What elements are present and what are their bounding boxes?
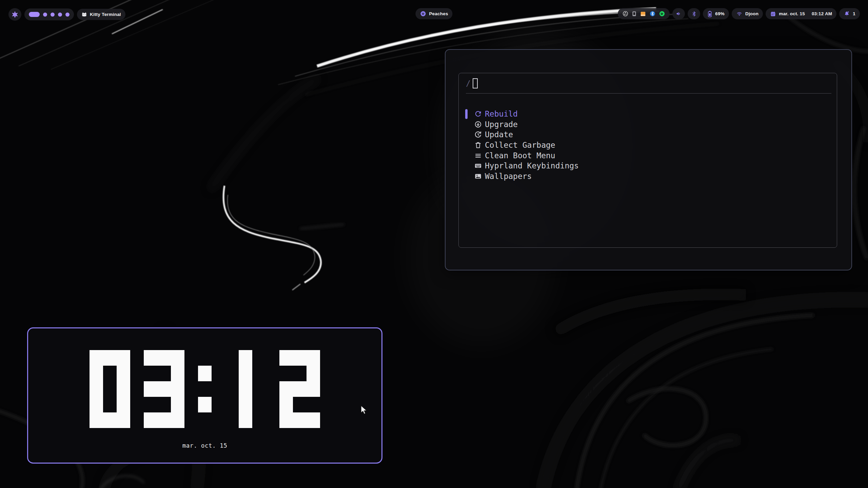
refresh-icon bbox=[474, 110, 482, 118]
search-prompt: / bbox=[466, 79, 471, 88]
workspace-indicator bbox=[24, 8, 74, 20]
active-window-pill[interactable]: Kitty Terminal bbox=[77, 9, 125, 20]
launcher-item-wallpapers[interactable]: Wallpapers bbox=[459, 171, 837, 182]
workspace-1-active[interactable] bbox=[29, 12, 40, 17]
nix-menu-button[interactable] bbox=[8, 8, 21, 21]
spotify-icon bbox=[420, 11, 426, 17]
device-icon[interactable] bbox=[632, 11, 637, 17]
active-window-title: Kitty Terminal bbox=[90, 12, 121, 17]
launcher-item-label: Rebuild bbox=[485, 109, 518, 118]
network-ssid: Djoon bbox=[745, 11, 758, 16]
media-player-pill[interactable]: Peaches bbox=[415, 8, 452, 19]
launcher-panel: / Rebuild bbox=[445, 49, 852, 270]
speaker-icon bbox=[675, 11, 682, 17]
battery-icon bbox=[707, 10, 712, 18]
bar-time: 03:12 AM bbox=[812, 11, 832, 16]
launcher-item-clean-boot-menu[interactable]: Clean Boot Menu bbox=[459, 150, 837, 161]
top-bar-right: 69% Djoon bbox=[618, 8, 860, 19]
launcher-box: / Rebuild bbox=[458, 73, 837, 248]
bluetooth-tray-icon[interactable] bbox=[649, 11, 656, 17]
cat-icon bbox=[81, 12, 87, 17]
text-caret bbox=[473, 78, 478, 88]
clock-digit-1 bbox=[225, 350, 266, 428]
network-pill[interactable]: Djoon bbox=[732, 8, 763, 19]
selection-bar bbox=[465, 109, 468, 119]
clock-refresh-icon bbox=[474, 130, 482, 139]
trash-icon bbox=[474, 141, 482, 149]
clock-time bbox=[90, 350, 320, 428]
launcher-item-upgrade[interactable]: Upgrade bbox=[459, 119, 837, 130]
workspace-4[interactable] bbox=[58, 13, 62, 17]
top-bar-center: Peaches bbox=[415, 8, 452, 19]
top-bar-left: Kitty Terminal bbox=[8, 8, 125, 21]
launcher-search[interactable]: / bbox=[459, 73, 837, 93]
launcher-item-collect-garbage[interactable]: Collect Garbage bbox=[459, 140, 837, 150]
workspace-2[interactable] bbox=[43, 13, 47, 17]
nix-snowflake-icon bbox=[11, 11, 19, 18]
bluetooth-icon bbox=[691, 11, 697, 17]
obs-icon[interactable] bbox=[622, 11, 629, 17]
mouse-cursor bbox=[360, 405, 369, 415]
launcher-item-update[interactable]: Update bbox=[459, 129, 837, 140]
download-circle-icon bbox=[474, 120, 482, 128]
keyboard-icon bbox=[474, 162, 482, 170]
bluetooth-button[interactable] bbox=[688, 8, 700, 19]
clock-date: mar. oct. 15 bbox=[182, 442, 227, 449]
volume-button[interactable] bbox=[672, 8, 685, 19]
media-title: Peaches bbox=[429, 11, 448, 16]
launcher-item-label: Update bbox=[485, 130, 513, 139]
workspace-5[interactable] bbox=[65, 13, 70, 17]
datetime-pill[interactable]: mar. oct. 15 03:12 AM bbox=[766, 8, 836, 19]
launcher-item-label: Wallpapers bbox=[485, 172, 532, 181]
list-icon bbox=[474, 151, 482, 160]
search-separator bbox=[466, 93, 831, 94]
calendar-icon bbox=[770, 11, 776, 17]
launcher-item-hyprland-keybindings[interactable]: Hyprland Keybindings bbox=[459, 161, 837, 171]
clock-digit-0 bbox=[90, 350, 130, 428]
battery-percent: 69% bbox=[715, 11, 725, 16]
launcher-item-rebuild[interactable]: Rebuild bbox=[459, 109, 837, 119]
desktop: Kitty Terminal Peaches bbox=[0, 0, 868, 488]
wifi-icon bbox=[736, 11, 743, 17]
launcher-item-label: Clean Boot Menu bbox=[485, 151, 555, 160]
launcher-item-label: Upgrade bbox=[485, 120, 518, 129]
bar-date: mar. oct. 15 bbox=[779, 11, 805, 16]
workspace-3[interactable] bbox=[51, 13, 55, 17]
notifications-pill[interactable]: 1 bbox=[839, 8, 860, 19]
launcher-item-label: Collect Garbage bbox=[485, 141, 555, 149]
clock-widget: mar. oct. 15 bbox=[27, 327, 382, 464]
bell-icon bbox=[844, 11, 850, 17]
clock-digit-3 bbox=[144, 350, 184, 428]
system-tray bbox=[618, 8, 670, 19]
reader-icon[interactable] bbox=[640, 11, 646, 17]
launcher-results: Rebuild Upgrade bbox=[459, 109, 837, 181]
launcher-item-label: Hyprland Keybindings bbox=[485, 161, 579, 170]
spotify-tray-icon[interactable] bbox=[659, 11, 665, 17]
image-icon bbox=[474, 172, 482, 180]
battery-pill[interactable]: 69% bbox=[703, 8, 729, 19]
clock-digit-2 bbox=[279, 350, 320, 428]
notification-count: 1 bbox=[853, 11, 855, 16]
clock-colon bbox=[198, 350, 212, 428]
